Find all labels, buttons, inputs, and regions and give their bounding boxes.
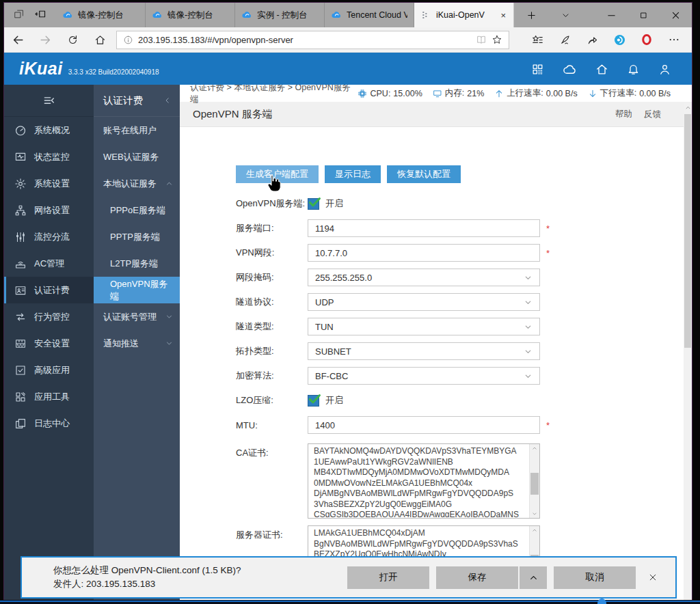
select-dropdown[interactable]: SUBNET — [308, 342, 540, 360]
tab-list-button[interactable] — [548, 3, 582, 27]
sidebar-item-gear[interactable]: 系统设置 — [4, 170, 94, 197]
share-button[interactable] — [578, 27, 606, 53]
home-button[interactable] — [86, 27, 113, 53]
tools-icon — [14, 391, 27, 403]
down-icon — [588, 89, 597, 98]
submenu-item[interactable]: OpenVPN服务端 — [94, 277, 180, 303]
sidebar-item-swap[interactable]: 行为管控 — [4, 303, 94, 330]
submenu-item[interactable]: 本地认证服务 — [94, 170, 180, 197]
form-label: 服务端口: — [236, 222, 308, 234]
favorite-star-button[interactable] — [492, 34, 502, 45]
alerts-bell-button[interactable] — [627, 63, 640, 76]
download-save-button[interactable]: 保存 — [436, 566, 518, 589]
submenu-item[interactable]: 认证账号管理 — [94, 303, 180, 330]
submenu-item-label: 通知推送 — [103, 338, 139, 350]
url-box[interactable]: 203.195.135.183/#/vpn/openvpn-server — [116, 31, 509, 49]
account-button[interactable] — [658, 63, 671, 76]
apps-grid-button[interactable] — [531, 63, 544, 76]
reading-view-icon[interactable] — [476, 34, 487, 45]
sidebar-item-dashboard[interactable]: 系统概况 — [4, 117, 94, 143]
submenu-item[interactable]: L2TP服务端 — [94, 250, 180, 277]
text-input[interactable]: 10.7.7.0 — [308, 244, 540, 262]
back-button[interactable] — [4, 27, 31, 53]
new-tab-button[interactable] — [514, 3, 548, 27]
cloud-button[interactable] — [563, 62, 577, 77]
sidebar-item-label: 状态监控 — [34, 151, 70, 163]
back-icon — [12, 33, 25, 46]
chev-sm-down-icon — [524, 372, 533, 381]
opera-extension-button[interactable] — [633, 27, 660, 53]
download-open-button[interactable]: 打开 — [347, 566, 429, 589]
tab[interactable]: 镜像-控制台 — [56, 3, 146, 27]
submenu-item[interactable]: 通知推送 — [94, 330, 180, 357]
maximize-button[interactable] — [628, 3, 660, 27]
select-dropdown[interactable]: 255.255.255.0 — [308, 269, 540, 286]
tab[interactable]: 实例 - 控制台 — [235, 3, 325, 27]
sidebar-item-label: 安全设置 — [34, 338, 70, 350]
checkbox-checked[interactable] — [308, 198, 319, 210]
text-input[interactable]: 1400 — [308, 416, 540, 434]
textarea-scrollbar[interactable] — [529, 444, 539, 518]
select-dropdown[interactable]: UDP — [308, 293, 540, 311]
web-note-button[interactable] — [551, 27, 578, 53]
submenu-item[interactable]: PPPoE服务端 — [94, 197, 180, 223]
close-window-button[interactable] — [660, 3, 692, 27]
sidebar-item-ap[interactable]: AC管理 — [4, 250, 94, 277]
sidebar-item-docs[interactable]: 日志中心 — [4, 410, 94, 437]
select-dropdown[interactable]: TUN — [308, 318, 540, 335]
sidebar-item-monitor[interactable]: 状态监控 — [4, 143, 94, 170]
text-input[interactable]: 1194 — [308, 219, 540, 237]
scrollbar-thumb[interactable] — [684, 114, 691, 348]
more-actions-button[interactable] — [660, 27, 688, 53]
forward-button[interactable] — [31, 27, 59, 53]
sidebar-item-sliders[interactable]: 流控分流 — [4, 223, 94, 250]
submenu-item[interactable]: 账号在线用户 — [94, 117, 180, 143]
chev-up-icon — [165, 180, 173, 187]
select-dropdown[interactable]: BF-CBC — [308, 367, 540, 385]
minimize-button[interactable] — [595, 3, 628, 27]
checkbox-checked[interactable] — [308, 395, 319, 407]
submenu-header[interactable]: 认证计费 — [94, 85, 180, 117]
tab-active[interactable]: iKuai-OpenV× — [414, 3, 514, 27]
tab[interactable]: 镜像-控制台 — [146, 3, 235, 27]
app-logo-wrap: iKuai 3.3.3 x32 Build202002040918 — [4, 59, 159, 85]
feedback-link[interactable]: 反馈 — [644, 109, 661, 120]
url-text[interactable]: 203.195.135.183/#/vpn/openvpn-server — [138, 35, 471, 45]
refresh-button[interactable] — [59, 27, 86, 53]
sidebar-item-idcard[interactable]: 认证计费 — [4, 277, 94, 303]
sidebar-item-tools[interactable]: 应用工具 — [4, 383, 94, 410]
toolbar-button[interactable]: 显示日志 — [325, 165, 381, 183]
set-tabs-aside-button[interactable] — [35, 8, 46, 23]
toolbar-button[interactable]: 生成客户端配置 — [236, 165, 319, 183]
more-icon — [668, 33, 680, 46]
help-link[interactable]: 帮助 — [615, 109, 632, 120]
cortana-extension-button[interactable] — [606, 27, 633, 53]
submenu-item-label: L2TP服务端 — [110, 258, 158, 270]
home-nav-button[interactable] — [595, 63, 608, 76]
sidebar-item-label: 流控分流 — [34, 231, 70, 243]
download-save-options-button[interactable] — [520, 566, 547, 589]
dashboard-icon — [14, 124, 27, 137]
form-row: 服务端口:1194* — [236, 216, 550, 241]
certificate-textarea[interactable]: BAYTAkNOMQ4wDAYDVQQKDAVpS3VhaTEYMBYGA 1U… — [308, 443, 540, 519]
chev-up-icon — [685, 105, 691, 111]
sidebar-item-wall[interactable]: 安全设置 — [4, 330, 94, 357]
sidebar-collapse-button[interactable] — [4, 85, 94, 117]
submenu-item[interactable]: WEB认证服务 — [94, 143, 180, 170]
page-scrollbar[interactable] — [684, 102, 692, 600]
tabs-preview-button[interactable] — [14, 8, 25, 23]
submenu-item[interactable]: PPTP服务端 — [94, 223, 180, 250]
stat-down: 下行速率:0.00 B/s — [588, 87, 671, 99]
sidebar-item-doccheck[interactable]: 高级应用 — [4, 357, 94, 383]
tab[interactable]: Tencent Cloud VN — [325, 3, 414, 27]
download-close-button[interactable] — [643, 566, 663, 589]
download-cancel-button[interactable]: 取消 — [554, 566, 636, 589]
tab-close-icon[interactable]: × — [499, 10, 507, 20]
favorites-hub-button[interactable] — [524, 27, 551, 53]
toolbar-button[interactable]: 恢复默认配置 — [387, 165, 461, 183]
site-info-icon[interactable] — [123, 35, 133, 45]
download-bar: 你想怎么处理 OpenVPN-Client.conf (1.5 KB)? 发件人… — [21, 556, 677, 599]
form: OpenVPN服务端:开启服务端口:1194*VPN网段:10.7.7.0*网段… — [236, 191, 550, 600]
sidebar-item-network[interactable]: 网络设置 — [4, 197, 94, 223]
plus-icon — [526, 10, 537, 20]
